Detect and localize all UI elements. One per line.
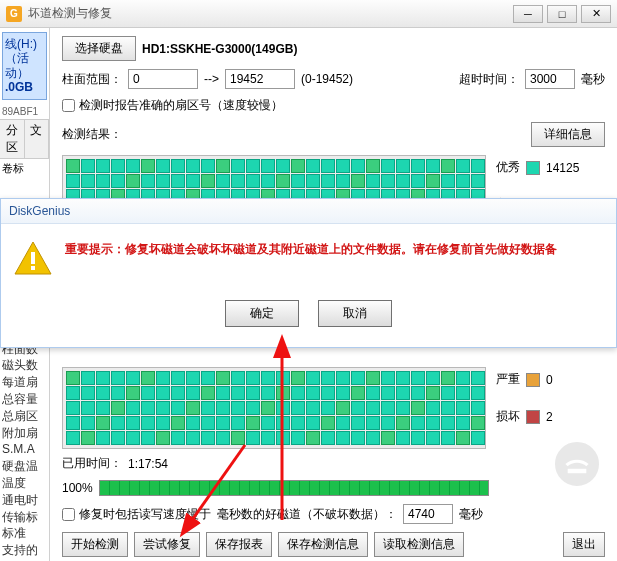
sector-cell [306, 174, 320, 188]
watermark-brand: 路由器 [545, 490, 609, 507]
sector-cell [246, 386, 260, 400]
close-button[interactable]: ✕ [581, 5, 611, 23]
disk-active: （活动） [5, 51, 44, 80]
sector-cell [321, 159, 335, 173]
save-scan-info-button[interactable]: 保存检测信息 [278, 532, 368, 557]
sector-cell [261, 159, 275, 173]
result-label: 检测结果： [62, 126, 122, 143]
sector-cell [201, 431, 215, 445]
sector-cell [126, 159, 140, 173]
sector-cell [171, 386, 185, 400]
sector-cell [381, 401, 395, 415]
sector-cell [426, 431, 440, 445]
sector-cell [276, 401, 290, 415]
sector-cell [411, 371, 425, 385]
start-scan-button[interactable]: 开始检测 [62, 532, 128, 557]
sector-cell [456, 386, 470, 400]
sector-cell [471, 401, 485, 415]
legend-bad-label: 损坏 [496, 408, 520, 425]
prop-list: 柱面数磁头数每道扇 总容量总扇区附加扇 S.M.A硬盘温 温度通电时传输标 标准… [0, 339, 48, 561]
sector-cell [156, 371, 170, 385]
sector-cell [381, 431, 395, 445]
sector-cell [366, 401, 380, 415]
legend-bad-count: 2 [546, 410, 553, 424]
repair-slow-checkbox[interactable]: 修复时包括读写速度慢于 [62, 506, 211, 523]
select-disk-button[interactable]: 选择硬盘 [62, 36, 136, 61]
repair-slow-check-input[interactable] [62, 508, 75, 521]
sector-cell [336, 431, 350, 445]
sector-cell [366, 431, 380, 445]
sector-cell [336, 401, 350, 415]
sector-cell [291, 416, 305, 430]
sector-cell [141, 401, 155, 415]
sector-cell [96, 401, 110, 415]
sector-cell [396, 371, 410, 385]
sector-cell [216, 159, 230, 173]
ok-button[interactable]: 确定 [225, 300, 299, 327]
sector-cell [111, 371, 125, 385]
repair-slow-text2: 毫秒数的好磁道（不破坏数据）： [217, 506, 397, 523]
detail-button[interactable]: 详细信息 [531, 122, 605, 147]
sector-cell [321, 416, 335, 430]
sector-cell [291, 386, 305, 400]
cancel-button[interactable]: 取消 [318, 300, 392, 327]
repair-threshold-input[interactable] [403, 504, 453, 524]
timeout-input[interactable] [525, 69, 575, 89]
svg-rect-2 [31, 266, 35, 270]
sector-cell [336, 174, 350, 188]
sector-cell [246, 401, 260, 415]
sector-cell [381, 159, 395, 173]
sector-cell [216, 174, 230, 188]
sector-cell [366, 416, 380, 430]
minimize-button[interactable]: ─ [513, 5, 543, 23]
sector-cell [171, 401, 185, 415]
sector-cell [471, 371, 485, 385]
sector-cell [186, 416, 200, 430]
disk-tile[interactable]: 线(H:) （活动） .0GB [2, 32, 47, 100]
sector-cell [381, 416, 395, 430]
sector-cell [201, 159, 215, 173]
tab-partition[interactable]: 分区 [0, 120, 25, 158]
watermark-site: luyouqi.com [545, 507, 609, 521]
sector-cell [201, 401, 215, 415]
accurate-sector-checkbox[interactable]: 检测时报告准确的扇区号（速度较慢） [62, 97, 283, 114]
sector-cell [81, 431, 95, 445]
exit-button[interactable]: 退出 [563, 532, 605, 557]
sector-cell [441, 416, 455, 430]
sector-cell [336, 416, 350, 430]
sector-cell [276, 371, 290, 385]
accurate-check-input[interactable] [62, 99, 75, 112]
read-scan-info-button[interactable]: 读取检测信息 [374, 532, 464, 557]
sector-cell [351, 386, 365, 400]
dialog-title: DiskGenius [1, 199, 616, 224]
sector-cell [111, 386, 125, 400]
cylinder-from-input[interactable] [128, 69, 198, 89]
legend-severe-label: 严重 [496, 371, 520, 388]
accurate-label: 检测时报告准确的扇区号（速度较慢） [79, 97, 283, 114]
sector-cell [471, 431, 485, 445]
sector-cell [411, 386, 425, 400]
sector-cell [171, 174, 185, 188]
maximize-button[interactable]: □ [547, 5, 577, 23]
sector-cell [231, 416, 245, 430]
sector-cell [66, 174, 80, 188]
sector-cell [231, 371, 245, 385]
sector-cell [261, 386, 275, 400]
sector-cell [426, 371, 440, 385]
sector-cell [411, 159, 425, 173]
sector-cell [306, 416, 320, 430]
sector-cell [126, 431, 140, 445]
tab-file[interactable]: 文 [25, 120, 50, 158]
sector-cell [321, 401, 335, 415]
sector-cell [441, 159, 455, 173]
sector-cell [276, 431, 290, 445]
sector-cell [81, 416, 95, 430]
sector-cell [321, 174, 335, 188]
sector-cell [96, 416, 110, 430]
sector-cell [246, 159, 260, 173]
arrow-label: --> [204, 72, 219, 86]
cylinder-to-input[interactable] [225, 69, 295, 89]
save-report-button[interactable]: 保存报表 [206, 532, 272, 557]
sector-cell [156, 416, 170, 430]
try-repair-button[interactable]: 尝试修复 [134, 532, 200, 557]
